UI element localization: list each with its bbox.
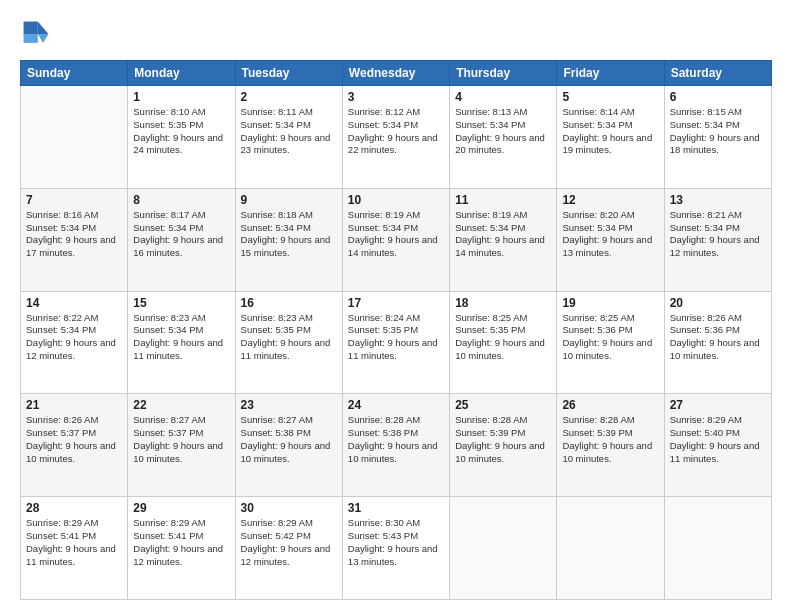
sunrise-line: Sunrise: 8:11 AM	[241, 106, 337, 119]
sunrise-line: Sunrise: 8:26 AM	[26, 414, 122, 427]
header	[20, 18, 772, 50]
daylight-line: Daylight: 9 hours and 16 minutes.	[133, 234, 229, 260]
day-number: 6	[670, 90, 766, 104]
calendar-cell: 14Sunrise: 8:22 AMSunset: 5:34 PMDayligh…	[21, 291, 128, 394]
sunrise-line: Sunrise: 8:20 AM	[562, 209, 658, 222]
calendar-cell: 17Sunrise: 8:24 AMSunset: 5:35 PMDayligh…	[342, 291, 449, 394]
svg-rect-2	[24, 22, 38, 34]
sunrise-line: Sunrise: 8:29 AM	[133, 517, 229, 530]
day-number: 24	[348, 398, 444, 412]
sunrise-line: Sunrise: 8:14 AM	[562, 106, 658, 119]
day-number: 18	[455, 296, 551, 310]
day-number: 11	[455, 193, 551, 207]
day-number: 8	[133, 193, 229, 207]
sunrise-line: Sunrise: 8:27 AM	[133, 414, 229, 427]
sunrise-line: Sunrise: 8:17 AM	[133, 209, 229, 222]
calendar-row: 14Sunrise: 8:22 AMSunset: 5:34 PMDayligh…	[21, 291, 772, 394]
day-number: 20	[670, 296, 766, 310]
sunset-line: Sunset: 5:39 PM	[562, 427, 658, 440]
calendar-cell: 28Sunrise: 8:29 AMSunset: 5:41 PMDayligh…	[21, 497, 128, 600]
daylight-line: Daylight: 9 hours and 19 minutes.	[562, 132, 658, 158]
sunset-line: Sunset: 5:43 PM	[348, 530, 444, 543]
daylight-line: Daylight: 9 hours and 11 minutes.	[241, 337, 337, 363]
sunset-line: Sunset: 5:34 PM	[562, 222, 658, 235]
day-number: 12	[562, 193, 658, 207]
daylight-line: Daylight: 9 hours and 24 minutes.	[133, 132, 229, 158]
daylight-line: Daylight: 9 hours and 10 minutes.	[562, 440, 658, 466]
day-number: 28	[26, 501, 122, 515]
sunset-line: Sunset: 5:34 PM	[26, 222, 122, 235]
calendar-cell	[557, 497, 664, 600]
calendar-cell: 21Sunrise: 8:26 AMSunset: 5:37 PMDayligh…	[21, 394, 128, 497]
sunset-line: Sunset: 5:42 PM	[241, 530, 337, 543]
calendar-body: 1Sunrise: 8:10 AMSunset: 5:35 PMDaylight…	[21, 86, 772, 600]
logo	[20, 18, 56, 50]
daylight-line: Daylight: 9 hours and 12 minutes.	[26, 337, 122, 363]
day-number: 19	[562, 296, 658, 310]
calendar-row: 1Sunrise: 8:10 AMSunset: 5:35 PMDaylight…	[21, 86, 772, 189]
daylight-line: Daylight: 9 hours and 14 minutes.	[348, 234, 444, 260]
sunset-line: Sunset: 5:37 PM	[26, 427, 122, 440]
svg-marker-0	[38, 22, 49, 34]
sunset-line: Sunset: 5:40 PM	[670, 427, 766, 440]
daylight-line: Daylight: 9 hours and 10 minutes.	[670, 337, 766, 363]
calendar-cell	[21, 86, 128, 189]
calendar-row: 28Sunrise: 8:29 AMSunset: 5:41 PMDayligh…	[21, 497, 772, 600]
sunrise-line: Sunrise: 8:23 AM	[241, 312, 337, 325]
calendar-cell: 7Sunrise: 8:16 AMSunset: 5:34 PMDaylight…	[21, 188, 128, 291]
day-number: 23	[241, 398, 337, 412]
sunrise-line: Sunrise: 8:16 AM	[26, 209, 122, 222]
day-number: 22	[133, 398, 229, 412]
day-number: 17	[348, 296, 444, 310]
sunrise-line: Sunrise: 8:24 AM	[348, 312, 444, 325]
sunrise-line: Sunrise: 8:23 AM	[133, 312, 229, 325]
sunrise-line: Sunrise: 8:10 AM	[133, 106, 229, 119]
sunset-line: Sunset: 5:34 PM	[562, 119, 658, 132]
sunset-line: Sunset: 5:38 PM	[241, 427, 337, 440]
day-number: 10	[348, 193, 444, 207]
sunrise-line: Sunrise: 8:19 AM	[455, 209, 551, 222]
daylight-line: Daylight: 9 hours and 13 minutes.	[562, 234, 658, 260]
sunset-line: Sunset: 5:41 PM	[26, 530, 122, 543]
calendar-cell: 3Sunrise: 8:12 AMSunset: 5:34 PMDaylight…	[342, 86, 449, 189]
calendar-cell: 11Sunrise: 8:19 AMSunset: 5:34 PMDayligh…	[450, 188, 557, 291]
calendar-cell: 22Sunrise: 8:27 AMSunset: 5:37 PMDayligh…	[128, 394, 235, 497]
day-number: 27	[670, 398, 766, 412]
daylight-line: Daylight: 9 hours and 20 minutes.	[455, 132, 551, 158]
sunset-line: Sunset: 5:34 PM	[348, 222, 444, 235]
calendar-cell: 10Sunrise: 8:19 AMSunset: 5:34 PMDayligh…	[342, 188, 449, 291]
daylight-line: Daylight: 9 hours and 10 minutes.	[241, 440, 337, 466]
day-number: 21	[26, 398, 122, 412]
sunset-line: Sunset: 5:36 PM	[562, 324, 658, 337]
sunrise-line: Sunrise: 8:28 AM	[455, 414, 551, 427]
calendar-row: 7Sunrise: 8:16 AMSunset: 5:34 PMDaylight…	[21, 188, 772, 291]
day-number: 1	[133, 90, 229, 104]
calendar-cell: 2Sunrise: 8:11 AMSunset: 5:34 PMDaylight…	[235, 86, 342, 189]
sunrise-line: Sunrise: 8:18 AM	[241, 209, 337, 222]
sunrise-line: Sunrise: 8:28 AM	[348, 414, 444, 427]
sunset-line: Sunset: 5:34 PM	[455, 222, 551, 235]
daylight-line: Daylight: 9 hours and 15 minutes.	[241, 234, 337, 260]
calendar-cell: 31Sunrise: 8:30 AMSunset: 5:43 PMDayligh…	[342, 497, 449, 600]
sunset-line: Sunset: 5:34 PM	[26, 324, 122, 337]
sunrise-line: Sunrise: 8:27 AM	[241, 414, 337, 427]
daylight-line: Daylight: 9 hours and 11 minutes.	[348, 337, 444, 363]
sunrise-line: Sunrise: 8:13 AM	[455, 106, 551, 119]
daylight-line: Daylight: 9 hours and 10 minutes.	[455, 440, 551, 466]
daylight-line: Daylight: 9 hours and 14 minutes.	[455, 234, 551, 260]
sunset-line: Sunset: 5:35 PM	[455, 324, 551, 337]
calendar-cell: 13Sunrise: 8:21 AMSunset: 5:34 PMDayligh…	[664, 188, 771, 291]
calendar-cell: 25Sunrise: 8:28 AMSunset: 5:39 PMDayligh…	[450, 394, 557, 497]
calendar-cell: 20Sunrise: 8:26 AMSunset: 5:36 PMDayligh…	[664, 291, 771, 394]
daylight-line: Daylight: 9 hours and 23 minutes.	[241, 132, 337, 158]
daylight-line: Daylight: 9 hours and 10 minutes.	[133, 440, 229, 466]
weekday-header-wednesday: Wednesday	[342, 61, 449, 86]
daylight-line: Daylight: 9 hours and 12 minutes.	[670, 234, 766, 260]
calendar-cell: 27Sunrise: 8:29 AMSunset: 5:40 PMDayligh…	[664, 394, 771, 497]
calendar-cell: 9Sunrise: 8:18 AMSunset: 5:34 PMDaylight…	[235, 188, 342, 291]
sunset-line: Sunset: 5:35 PM	[241, 324, 337, 337]
daylight-line: Daylight: 9 hours and 18 minutes.	[670, 132, 766, 158]
sunset-line: Sunset: 5:35 PM	[133, 119, 229, 132]
sunset-line: Sunset: 5:34 PM	[455, 119, 551, 132]
daylight-line: Daylight: 9 hours and 13 minutes.	[348, 543, 444, 569]
